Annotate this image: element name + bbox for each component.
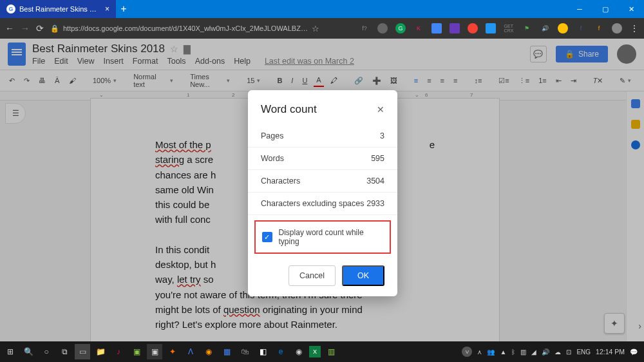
extension-icons: f? G K GETCRX ⚑ 🔊 f f ⋮ bbox=[359, 23, 639, 33]
edge-icon[interactable]: e bbox=[273, 344, 289, 359]
dialog-title: Word count bbox=[261, 103, 317, 116]
ext-icon[interactable]: f? bbox=[359, 23, 370, 33]
task-view-icon[interactable]: ⧉ bbox=[57, 344, 72, 359]
ext-icon[interactable] bbox=[468, 23, 478, 33]
forward-button[interactable]: → bbox=[21, 23, 30, 33]
close-window-button[interactable]: ✕ bbox=[618, 0, 644, 18]
display-while-typing-option[interactable]: ✓ Display word count while typing bbox=[254, 220, 391, 254]
tray-icon[interactable]: ▲ bbox=[500, 348, 506, 356]
chrome-icon[interactable]: ◉ bbox=[291, 344, 307, 359]
excel-icon[interactable]: X bbox=[309, 346, 321, 357]
ext-icon[interactable]: K bbox=[413, 23, 424, 33]
store-icon[interactable]: 🛍 bbox=[237, 344, 252, 359]
search-icon[interactable]: 🔍 bbox=[21, 344, 36, 359]
cancel-button[interactable]: Cancel bbox=[289, 265, 336, 286]
ext-icon[interactable]: ⚑ bbox=[522, 23, 532, 33]
checkbox-label: Display word count while typing bbox=[279, 228, 383, 246]
google-ads-icon[interactable]: Λ bbox=[183, 344, 198, 359]
url-text: https://docs.google.com/document/d/1X40X… bbox=[63, 24, 308, 32]
back-button[interactable]: ← bbox=[5, 23, 14, 33]
browser-titlebar: G Best Rainmeter Skins 2018 - Goo × + ─ … bbox=[0, 0, 644, 18]
stat-row-pages: Pages 3 bbox=[248, 125, 397, 148]
ext-icon[interactable] bbox=[558, 23, 568, 33]
minimize-button[interactable]: ─ bbox=[567, 0, 592, 18]
stat-row-characters-no-spaces: Characters excluding spaces 2933 bbox=[248, 193, 397, 215]
browser-tab[interactable]: G Best Rainmeter Skins 2018 - Goo × bbox=[0, 0, 116, 18]
bluetooth-icon[interactable]: ᛒ bbox=[511, 348, 515, 356]
reload-button[interactable]: ⟳ bbox=[36, 23, 44, 33]
cortana-icon[interactable]: ○ bbox=[39, 344, 54, 359]
ext-icon[interactable] bbox=[486, 23, 496, 33]
people-icon[interactable]: 👥 bbox=[487, 348, 495, 356]
taskbar-app[interactable]: ▦ bbox=[219, 344, 234, 359]
ok-button[interactable]: OK bbox=[342, 265, 384, 286]
window-controls: ─ ▢ ✕ bbox=[567, 0, 644, 18]
onedrive-icon[interactable]: ☁ bbox=[554, 348, 561, 356]
address-bar[interactable]: 🔒 https://docs.google.com/document/d/1X4… bbox=[50, 24, 319, 33]
stat-row-words: Words 595 bbox=[248, 148, 397, 170]
windows-taskbar: ⊞ 🔍 ○ ⧉ ▭ 📁 ♪ ▣ ▣ ✦ Λ ◉ ▦ 🛍 ◧ e ◉ X ▥ V … bbox=[0, 341, 644, 362]
tray-icon[interactable]: V bbox=[462, 347, 472, 357]
ext-icon[interactable] bbox=[612, 23, 622, 33]
tray-icon[interactable]: ⊡ bbox=[566, 348, 571, 356]
tab-favicon: G bbox=[6, 5, 15, 14]
ext-icon[interactable] bbox=[377, 23, 388, 33]
file-explorer-icon[interactable]: 📁 bbox=[93, 344, 108, 359]
taskbar-app[interactable]: ▭ bbox=[75, 344, 90, 359]
tab-title: Best Rainmeter Skins 2018 - Goo bbox=[19, 5, 100, 13]
language-indicator[interactable]: ENG bbox=[576, 348, 591, 356]
taskbar-app[interactable]: ▥ bbox=[323, 344, 339, 359]
notifications-icon[interactable]: 💬 bbox=[630, 348, 638, 356]
ext-icon[interactable]: GETCRX bbox=[504, 23, 514, 33]
firefox-icon[interactable]: ◉ bbox=[201, 344, 216, 359]
word-count-dialog: Word count ✕ Pages 3 Words 595 Character… bbox=[248, 90, 397, 296]
taskbar-app[interactable]: ◧ bbox=[255, 344, 270, 359]
checkbox-checked-icon[interactable]: ✓ bbox=[262, 232, 272, 242]
tray-icon[interactable]: ⋏ bbox=[477, 348, 482, 356]
new-tab-button[interactable]: + bbox=[116, 3, 131, 15]
ext-icon[interactable]: f bbox=[576, 23, 586, 33]
dialog-close-icon[interactable]: ✕ bbox=[377, 104, 384, 115]
browser-menu-icon[interactable]: ⋮ bbox=[630, 23, 639, 33]
start-button[interactable]: ⊞ bbox=[3, 344, 18, 359]
tab-close-icon[interactable]: × bbox=[105, 5, 109, 14]
ext-icon[interactable]: G bbox=[395, 23, 406, 33]
browser-toolbar: ← → ⟳ 🔒 https://docs.google.com/document… bbox=[0, 18, 644, 39]
maximize-button[interactable]: ▢ bbox=[592, 0, 618, 18]
lock-icon: 🔒 bbox=[50, 24, 59, 33]
stat-row-characters: Characters 3504 bbox=[248, 170, 397, 193]
ext-icon[interactable] bbox=[450, 23, 460, 33]
taskbar-app[interactable]: ✦ bbox=[165, 344, 180, 359]
taskbar-app[interactable]: ▣ bbox=[147, 344, 162, 359]
ext-icon[interactable]: 🔊 bbox=[540, 23, 550, 33]
volume-icon[interactable]: 🔊 bbox=[542, 348, 549, 356]
taskbar-app[interactable]: ♪ bbox=[111, 344, 126, 359]
ext-icon[interactable] bbox=[431, 23, 442, 33]
wifi-icon[interactable]: ◢ bbox=[531, 348, 536, 356]
clock[interactable]: 12:14 PM bbox=[596, 348, 625, 356]
battery-icon[interactable]: ▥ bbox=[520, 348, 526, 356]
system-tray: V ⋏ 👥 ▲ ᛒ ▥ ◢ 🔊 ☁ ⊡ ENG 12:14 PM 💬 bbox=[462, 347, 641, 357]
taskbar-app[interactable]: ▣ bbox=[129, 344, 144, 359]
bookmark-star-icon[interactable]: ☆ bbox=[312, 24, 319, 33]
ext-icon[interactable]: f bbox=[594, 23, 604, 33]
